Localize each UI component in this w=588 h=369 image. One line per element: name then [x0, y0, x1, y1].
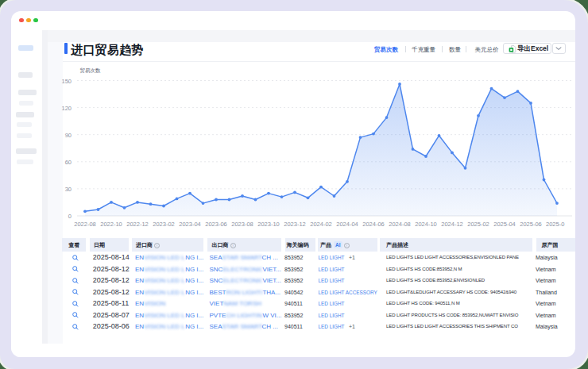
svg-text:2022-12: 2022-12: [126, 221, 149, 228]
svg-text:2024-12: 2024-12: [441, 221, 463, 228]
svg-text:2025-02: 2025-02: [467, 221, 489, 228]
svg-text:60: 60: [65, 159, 72, 166]
svg-text:2024-08: 2024-08: [389, 221, 411, 228]
svg-text:2023-04: 2023-04: [179, 221, 201, 228]
svg-text:2024-06: 2024-06: [362, 221, 385, 228]
svg-text:2023-06: 2023-06: [205, 221, 227, 228]
svg-text:2024-10: 2024-10: [415, 221, 437, 228]
svg-text:2023-12: 2023-12: [284, 221, 306, 228]
svg-text:2025-04: 2025-04: [493, 221, 516, 228]
svg-text:150: 150: [61, 78, 72, 85]
svg-text:30: 30: [65, 186, 72, 193]
svg-text:2025-0: 2025-0: [546, 221, 564, 228]
svg-text:90: 90: [65, 132, 72, 139]
svg-text:120: 120: [61, 105, 72, 112]
svg-text:0: 0: [68, 213, 72, 220]
svg-text:2022-10: 2022-10: [100, 221, 122, 228]
svg-text:2022-08: 2022-08: [74, 221, 96, 228]
svg-text:2025-06: 2025-06: [520, 221, 542, 228]
svg-text:2024-04: 2024-04: [336, 221, 358, 228]
svg-text:2023-10: 2023-10: [257, 221, 280, 228]
svg-text:2024-02: 2024-02: [310, 221, 332, 228]
svg-text:2023-08: 2023-08: [231, 221, 253, 228]
svg-text:2023-02: 2023-02: [153, 221, 175, 228]
